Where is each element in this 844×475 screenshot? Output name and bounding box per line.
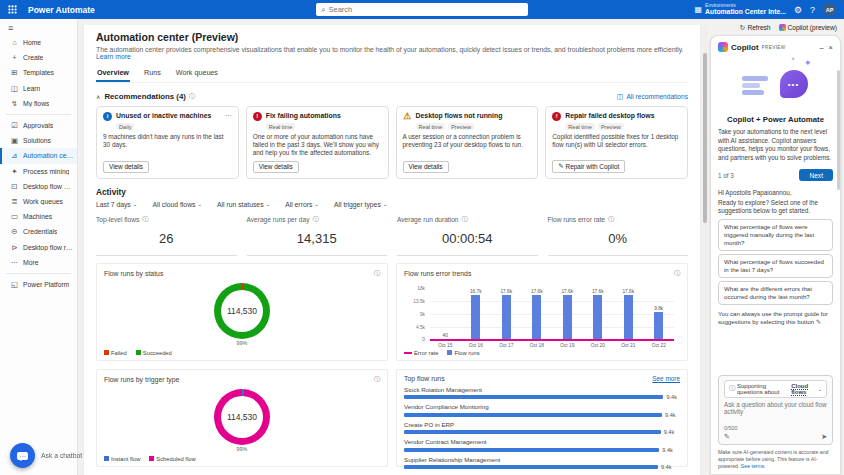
info-badge-icon: i [103,112,112,121]
copilot-toggle-button[interactable]: Copilot (preview) [779,24,837,31]
sidebar-item-automation-center[interactable]: ⊿Automation center (previe... [0,148,77,163]
sidebar-item-my-flows[interactable]: ↯My flows [0,96,77,111]
help-icon[interactable]: ? [810,5,815,15]
sidebar-item-solutions[interactable]: ▣Solutions [0,133,77,148]
refresh-icon: ↻ [740,24,746,32]
suggestion-chip[interactable]: What percentage of flows succeeded in th… [718,254,833,278]
recommendation-card-inactive-machines: i Unused or inactive machines ⋯ Daily 9 … [96,106,239,179]
sparkle-icon: ✦ [804,58,812,68]
top-flow-run-row[interactable]: Stock Rotation Management 9.4k [404,386,680,401]
chatbot-button[interactable]: ⋯ [10,443,35,468]
error-trends-plot[interactable]: 18k 13.5k 9k 4.5k 0 40 16.7k 17.6k 17.6k… [430,289,674,341]
top-flow-run-row[interactable]: Vendor Contract Management 9.4k [404,438,680,453]
tab-work-queues[interactable]: Work queues [175,66,219,82]
suggestion-chip[interactable]: What percentage of flows were triggered … [718,219,833,251]
recommendation-card-failing-automations: ! Fix failing automations Real time One … [246,106,389,179]
sidebar-item-learn[interactable]: ◫Learn [0,81,77,96]
desktop-runs-icon: ⊳ [10,243,19,252]
nav-collapse-button[interactable]: ≡ [0,21,77,35]
top-app-bar: Power Automate ⌕ ▦ Environments Automati… [0,0,844,19]
desktop-activity-icon: ⊡ [10,182,19,191]
see-more-link[interactable]: See more [652,375,680,382]
sidebar-item-work-queues[interactable]: ≣Work queues [0,194,77,209]
sidebar-item-approvals[interactable]: ☑Approvals [0,118,77,133]
page-title: Automation center (Preview) [96,31,688,43]
filter-trigger-types[interactable]: All trigger types⌄ [334,201,387,208]
sidebar-item-home[interactable]: ⌂Home [0,35,77,50]
settings-gear-icon[interactable]: ⚙ [794,5,802,15]
error-badge-icon: ! [552,112,561,121]
copilot-pen-icon: ✎ [558,162,563,170]
filter-time-range[interactable]: Last 7 days⌄ [96,201,137,208]
prompt-guide-icon[interactable]: ✎ [724,433,730,441]
filter-cloud-flows[interactable]: All cloud flows⌄ [152,201,202,208]
question-scope-selector[interactable]: ⓘ Supporting questions about Cloud flows… [724,380,827,398]
close-icon[interactable]: × [829,43,833,52]
frequency-badge: Real time [416,123,446,130]
sidebar-item-process-mining[interactable]: ✦Process mining [0,164,77,179]
sidebar-item-power-platform[interactable]: ◱Power Platform [0,277,77,292]
sidebar-item-machines[interactable]: ▭Machines [0,209,77,224]
recommendation-card-repair-desktop-flows: ! Repair failed desktop flows Real time … [545,106,688,179]
trigger-type-donut-chart[interactable]: 114,530 [214,389,270,445]
error-badge-icon: ! [253,112,262,121]
filter-errors[interactable]: All errors⌄ [285,201,319,208]
frequency-badge: Real time [565,123,595,130]
all-recommendations-link[interactable]: ◫ All recommendations [617,93,688,101]
info-icon: ⓘ [142,215,148,224]
user-avatar[interactable]: AP [823,3,836,16]
sidebar-item-more[interactable]: ⋯More [0,255,77,270]
copilot-panel: Copilot PREVIEW – × ••• ✦ ✦ Copilot + Po… [710,35,841,475]
refresh-button[interactable]: ↻Refresh [740,24,771,32]
main-content: Automation center (Preview) The automati… [78,19,708,475]
top-flow-run-row[interactable]: Supplier Relationship Management 9.4k [404,456,680,471]
collapse-chevron-icon[interactable]: ∧ [96,93,100,100]
page-description: The automation center provides comprehen… [96,46,688,60]
chat-icon: ⋯ [17,452,28,460]
left-navigation: ≡ ⌂Home +Create ⊞Templates ◫Learn ↯My fl… [0,19,78,475]
top-flow-run-row[interactable]: Vendor Compliance Monitoring 9.4k [404,403,680,418]
environment-picker[interactable]: ▦ Environments Automation Center Inte... [695,2,786,16]
send-icon[interactable]: ➤ [821,433,827,441]
global-search[interactable]: ⌕ [316,3,528,16]
page-tabs: Overview Runs Work queues [96,66,688,83]
panel-scrollbar[interactable] [837,70,840,190]
sidebar-item-credentials[interactable]: ⊝Credentials [0,224,77,239]
copilot-greeting: Hi Apostolis Papaioannou, [718,189,833,196]
filter-run-statuses[interactable]: All run statuses⌄ [217,201,270,208]
main-scrollbar[interactable] [703,25,707,473]
search-input[interactable] [328,5,523,14]
recommendations-list-icon: ◫ [617,93,624,101]
recommendation-card-desktop-flows-not-running: ⚠ Desktop flows not running Real time Pr… [396,106,539,179]
activity-filters: Last 7 days⌄ All cloud flows⌄ All run st… [96,201,688,208]
prompt-guide-icon: ✎ [816,318,821,325]
view-details-button[interactable]: View details [253,161,299,173]
flow-runs-swatch [447,350,452,355]
waffle-menu-icon[interactable] [8,5,24,14]
view-details-button[interactable]: View details [403,161,449,173]
sidebar-item-desktop-flow-runs[interactable]: ⊳Desktop flow runs [0,239,77,254]
tab-overview[interactable]: Overview [96,66,130,82]
sidebar-item-templates[interactable]: ⊞Templates [0,65,77,80]
next-button[interactable]: Next [799,169,833,181]
learn-more-link[interactable]: Learn more [96,53,131,60]
work-queues-icon: ≣ [10,197,19,206]
app-title[interactable]: Power Automate [28,5,95,15]
tab-runs[interactable]: Runs [143,66,162,82]
frequency-badge: Real time [266,123,296,130]
scrollbar-thumb[interactable] [703,53,707,223]
minimize-icon[interactable]: – [819,43,823,52]
suggestion-chip[interactable]: What are the different errors that occur… [718,281,833,305]
top-flow-run-row[interactable]: Create PO in ERP 9.4k [404,421,680,436]
repair-with-copilot-button[interactable]: ✎Repair with Copilot [552,160,625,173]
copilot-question-input[interactable] [724,401,827,419]
copilot-illustration: ••• ✦ ✦ [740,60,812,110]
view-details-button[interactable]: View details [103,161,149,173]
carousel-pager: 1 of 3 [718,172,734,179]
see-terms-link[interactable]: See terms [741,463,765,469]
sidebar-item-desktop-flow-activity[interactable]: ⊡Desktop flow activity [0,179,77,194]
status-donut-chart[interactable]: 114,530 [214,283,270,339]
automation-center-icon: ⊿ [10,151,19,160]
more-options-icon[interactable]: ⋯ [225,112,232,120]
sidebar-item-create[interactable]: +Create [0,50,77,65]
